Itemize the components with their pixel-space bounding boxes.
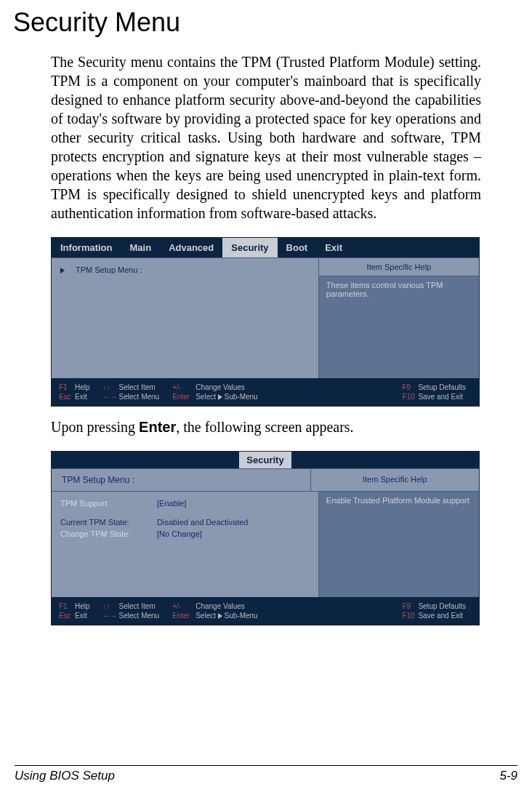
mid-sentence-key: Enter <box>139 419 176 435</box>
bios2-key-esc-label: Exit <box>75 612 87 620</box>
bios2-key-f9-label: Setup Defaults <box>418 602 466 610</box>
select-menu-label: Select Menu <box>119 393 160 401</box>
tpm-support-value: [Enable] <box>157 499 186 508</box>
bios-screenshot-2: Security TPM Setup Menu : Item Specific … <box>51 451 480 625</box>
bios2-select-menu-label: Select Menu <box>119 612 160 620</box>
key-enter: Enter <box>172 392 196 401</box>
bios2-key-arrows-v-icon: ↓↑ <box>103 601 119 611</box>
bios2-menubar: Security <box>52 452 479 469</box>
key-arrows-v-icon: ↓↑ <box>103 383 119 392</box>
tab-information[interactable]: Information <box>52 238 121 257</box>
key-f10-label: Save and Exit <box>418 393 463 401</box>
bios2-tab-security[interactable]: Security <box>239 452 291 468</box>
select-item-label: Select Item <box>119 383 156 391</box>
bios2-key-f9: F9 <box>402 601 418 611</box>
bios2-select-submenu-post: Sub-Menu <box>222 612 258 620</box>
bios2-key-f10: F10 <box>402 611 418 620</box>
page-footer: Using BIOS Setup 5-9 <box>15 765 517 783</box>
bios2-subtitle: TPM Setup Menu : <box>52 469 310 492</box>
bios2-key-f1-label: Help <box>75 602 90 610</box>
tpm-support-row[interactable]: TPM Support [Enable] <box>60 499 310 508</box>
current-tpm-state-label: Current TPM State: <box>60 518 155 527</box>
tab-security[interactable]: Security <box>222 238 277 257</box>
change-tpm-state-label: Change TPM State: <box>60 529 155 538</box>
tab-main[interactable]: Main <box>121 238 161 257</box>
current-tpm-state-row: Current TPM State: Disabled and Deactiva… <box>60 518 310 527</box>
mid-sentence-post: , the following screen appears. <box>176 419 353 435</box>
select-submenu-pre: Select <box>196 393 218 401</box>
current-tpm-state-value: Disabled and Deactivated <box>157 518 248 527</box>
key-arrows-h-icon: ←→ <box>103 392 119 401</box>
submenu-arrow-icon <box>60 265 65 274</box>
bios-main-panel: TPM Setup Menu : <box>52 258 318 378</box>
change-tpm-state-value: [No Change] <box>157 529 202 538</box>
change-values-label: Change Values <box>196 383 245 391</box>
intro-paragraph: The Security menu contains the TPM (Trus… <box>51 52 481 223</box>
bios2-select-item-label: Select Item <box>119 602 156 610</box>
bios2-key-plusminus: +/- <box>172 601 196 611</box>
footer-left: Using BIOS Setup <box>15 769 115 783</box>
bios2-key-enter: Enter <box>172 611 196 620</box>
tab-exit[interactable]: Exit <box>316 238 351 257</box>
bios-menubar: Information Main Advanced Security Boot … <box>52 238 479 258</box>
footer-right: 5-9 <box>499 769 517 783</box>
bios2-footer-keys: F1Help EscExit ↓↑Select Item ←→Select Me… <box>52 597 479 625</box>
key-f1-label: Help <box>75 383 90 391</box>
key-f10: F10 <box>402 392 418 401</box>
key-esc-label: Exit <box>75 393 87 401</box>
bios-footer-keys: F1Help EscExit ↓↑Select Item ←→Select Me… <box>52 378 479 406</box>
bios2-key-esc: Esc <box>59 611 75 620</box>
tab-boot[interactable]: Boot <box>278 238 317 257</box>
bios2-key-f10-label: Save and Exit <box>418 612 463 620</box>
select-submenu-post: Sub-Menu <box>222 393 258 401</box>
mid-paragraph: Upon pressing Enter, the following scree… <box>51 417 481 436</box>
bios-screenshot-1: Information Main Advanced Security Boot … <box>51 237 480 407</box>
key-f9-label: Setup Defaults <box>418 383 466 391</box>
bios2-main-panel: TPM Support [Enable] Current TPM State: … <box>52 492 318 597</box>
bios2-select-submenu-pre: Select <box>196 612 218 620</box>
mid-sentence-pre: Upon pressing <box>51 419 139 435</box>
key-plusminus: +/- <box>172 383 196 392</box>
bios2-help-body: Enable Trusted Platform Module support <box>318 492 479 597</box>
bios2-help-title: Item Specific Help <box>310 469 479 492</box>
tpm-support-label: TPM Support <box>60 499 155 508</box>
help-panel-title: Item Specific Help <box>318 258 479 276</box>
change-tpm-state-row[interactable]: Change TPM State: [No Change] <box>60 529 310 538</box>
tpm-setup-menu-item[interactable]: TPM Setup Menu : <box>60 265 310 274</box>
bios2-change-values-label: Change Values <box>196 602 245 610</box>
tpm-setup-menu-label: TPM Setup Menu : <box>76 265 142 274</box>
key-esc: Esc <box>59 392 75 401</box>
key-f1: F1 <box>59 383 75 392</box>
help-panel-body: These items control various TPM paramete… <box>318 276 479 378</box>
tab-advanced[interactable]: Advanced <box>160 238 222 257</box>
bios2-key-arrows-h-icon: ←→ <box>103 611 119 620</box>
bios2-key-f1: F1 <box>59 601 75 611</box>
page-title: Security Menu <box>13 7 532 38</box>
key-f9: F9 <box>402 383 418 392</box>
